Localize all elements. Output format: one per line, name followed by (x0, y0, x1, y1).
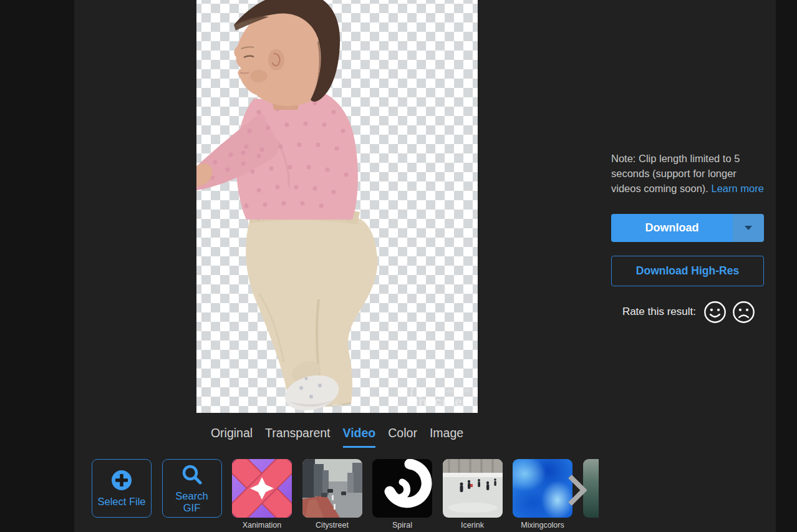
tab-video[interactable]: Video (343, 426, 376, 448)
unscreen-result-page: made with unscreen Note: Clip length lim… (0, 0, 797, 532)
thumbnail-cell-spiral: Spiral (372, 459, 432, 531)
download-split-button: Download (611, 214, 764, 242)
thumbnail-label: Xanimation (232, 521, 292, 531)
learn-more-link[interactable]: Learn more (712, 183, 764, 194)
chevron-right-icon[interactable] (567, 474, 587, 506)
thumbnail-cell-citystreet: Citystreet (302, 459, 362, 531)
toddler-subject-image (196, 0, 478, 413)
select-file-label: Select File (97, 496, 145, 508)
plus-circle-icon (110, 469, 133, 491)
video-preview: made with unscreen (196, 0, 478, 413)
thumbnail-cell-mixingcolors: Mixingcolors (513, 459, 572, 531)
select-file-button[interactable]: Select File (92, 459, 152, 518)
thumbnail-cell-xanimation: Xanimation (232, 459, 292, 531)
smiley-face-icon[interactable] (703, 301, 727, 324)
background-thumbnail-xanimation[interactable] (232, 459, 292, 518)
search-gif-cell: Search GIF (162, 459, 222, 531)
unscreen-watermark: made with unscreen (410, 387, 470, 409)
result-mode-tabs: Original Transparent Video Color Image (196, 426, 478, 448)
thumbnail-label: Mixingcolors (513, 521, 572, 531)
search-gif-label: Search GIF (167, 490, 218, 514)
thumbnail-label: Icerink (443, 521, 503, 531)
thumbnail-label (583, 521, 599, 531)
thumbnail-cell-icerink: Icerink (443, 459, 503, 531)
tab-transparent[interactable]: Transparent (265, 426, 330, 448)
rate-label: Rate this result: (622, 306, 696, 318)
thumbnail-label: Spiral (372, 521, 432, 531)
background-picker: Select File Search GIF (92, 459, 599, 532)
select-file-cell: Select File (92, 459, 152, 531)
background-thumbnail-mixingcolors[interactable] (513, 459, 572, 518)
download-options-button[interactable] (733, 214, 764, 242)
download-button[interactable]: Download (611, 214, 733, 242)
search-icon (181, 463, 203, 486)
rate-result-row: Rate this result: (611, 300, 764, 324)
thumbnail-label: Citystreet (302, 521, 362, 531)
tab-color[interactable]: Color (388, 426, 417, 448)
unscreen-logo-icon (410, 387, 423, 399)
background-thumbnail-spiral[interactable] (372, 459, 432, 518)
background-thumbnail-icerink[interactable] (443, 459, 503, 518)
tab-original[interactable]: Original (211, 426, 253, 448)
clip-length-note: Note: Clip length limited to 5 seconds (… (611, 151, 767, 196)
search-gif-button[interactable]: Search GIF (162, 459, 222, 518)
sad-face-icon[interactable] (732, 301, 755, 324)
caret-down-icon (744, 225, 753, 231)
background-thumbnail-citystreet[interactable] (302, 459, 362, 518)
tab-image[interactable]: Image (430, 426, 463, 448)
download-highres-button[interactable]: Download High-Res (611, 256, 764, 286)
